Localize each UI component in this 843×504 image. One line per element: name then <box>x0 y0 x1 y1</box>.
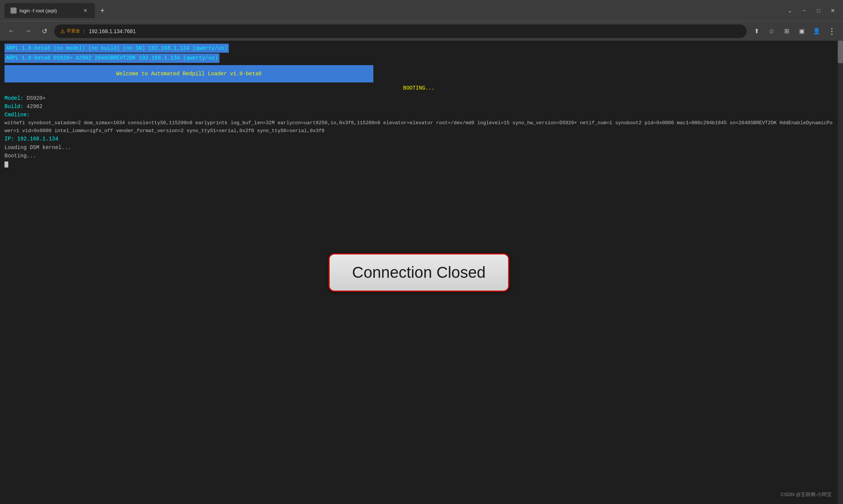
cmdline-line: Cmdline: <box>5 111 833 119</box>
security-label: 不安全 <box>67 28 80 34</box>
chevron-down-button[interactable]: ⌄ <box>784 5 796 16</box>
cmdline-value-line: withefi synoboot_satadom=2 dom_szmax=103… <box>5 119 833 135</box>
ip-label: IP: <box>5 136 14 142</box>
loading-dsm-text: Loading DSM kernel... <box>5 145 71 151</box>
back-button[interactable]: ← <box>5 24 18 38</box>
cursor-line <box>5 160 833 169</box>
model-line: Model: DS920+ <box>5 94 833 102</box>
bookmark-button[interactable]: ☆ <box>765 24 778 38</box>
model-label: Model: <box>5 95 23 101</box>
new-tab-button[interactable]: + <box>96 5 108 17</box>
extensions-button[interactable]: ⊞ <box>780 24 793 38</box>
tab-title: login -f root (arpl) <box>20 8 79 14</box>
welcome-box: Welcome to Automated Redpill Loader v1.0… <box>5 65 373 82</box>
cmdline-label: Cmdline: <box>5 112 30 118</box>
build-label: Build: <box>5 104 23 110</box>
active-tab[interactable]: login -f root (arpl) ✕ <box>5 3 95 18</box>
window-controls: ⌄ − □ ✕ <box>784 5 838 16</box>
booting2-text: Booting... <box>5 153 36 159</box>
profile-button[interactable]: 👤 <box>810 24 823 38</box>
ip-value: 192.168.1.134 <box>17 136 58 142</box>
arpl-line-2: ARPL 1.0-beta6 DS920+ 42962 2040SBREVT2D… <box>5 53 219 62</box>
terminal-area: ARPL 1.0-beta6 (no model) (no build) (no… <box>0 41 838 504</box>
tab-favicon <box>11 8 17 14</box>
nav-actions: ⬆ ☆ ⊞ ▣ 👤 ⋮ <box>750 24 838 38</box>
warning-icon: ⚠ <box>60 28 65 34</box>
model-value: DS920+ <box>27 95 46 101</box>
ip-line: IP: 192.168.1.134 <box>5 135 833 143</box>
address-bar[interactable]: ⚠ 不安全 | 192.168.1.134:7681 <box>54 24 747 38</box>
tab-bar: login -f root (arpl) ✕ + <box>5 3 784 18</box>
arpl-line-1: ARPL 1.0-beta6 (no model) (no build) (no… <box>5 44 229 53</box>
content-area: ARPL 1.0-beta6 (no model) (no build) (no… <box>0 41 843 504</box>
tab-close-button[interactable]: ✕ <box>82 7 89 14</box>
connection-closed-button[interactable]: Connection Closed <box>329 253 510 292</box>
forward-button[interactable]: → <box>21 24 35 38</box>
booting-text: BOOTING... <box>403 85 435 91</box>
terminal-line-2: ARPL 1.0-beta6 DS920+ 42962 2040SBREVT2D… <box>5 53 833 63</box>
address-text: 192.168.1.134:7681 <box>89 28 136 34</box>
cmdline-value: withefi synoboot_satadom=2 dom_szmax=103… <box>5 120 832 134</box>
terminal-line-1: ARPL 1.0-beta6 (no model) (no build) (no… <box>5 44 833 53</box>
close-button[interactable]: ✕ <box>827 5 838 16</box>
minimize-button[interactable]: − <box>799 5 810 16</box>
terminal-cursor <box>5 161 8 167</box>
sidebar-button[interactable]: ▣ <box>795 24 808 38</box>
reload-button[interactable]: ↺ <box>38 24 51 38</box>
scrollbar-thumb[interactable] <box>838 41 843 63</box>
maximize-button[interactable]: □ <box>813 5 824 16</box>
booting2-line: Booting... <box>5 152 833 160</box>
booting-line: BOOTING... <box>5 84 833 92</box>
build-value: 42962 <box>27 104 43 110</box>
scrollbar[interactable] <box>838 41 843 504</box>
welcome-text: Welcome to Automated Redpill Loader v1.0… <box>116 71 262 77</box>
watermark-text: CSDN @互联网-小阿宝 <box>781 492 832 497</box>
nav-bar: ← → ↺ ⚠ 不安全 | 192.168.1.134:7681 ⬆ ☆ ⊞ ▣… <box>0 21 843 41</box>
security-warning: ⚠ 不安全 | <box>60 28 86 34</box>
share-button[interactable]: ⬆ <box>750 24 763 38</box>
build-line: Build: 42962 <box>5 102 833 111</box>
browser-window: login -f root (arpl) ✕ + ⌄ − □ ✕ ← → ↺ ⚠… <box>0 0 843 504</box>
menu-button[interactable]: ⋮ <box>825 24 838 38</box>
title-bar: login -f root (arpl) ✕ + ⌄ − □ ✕ <box>0 0 843 21</box>
watermark: CSDN @互联网-小阿宝 <box>781 491 832 498</box>
connection-closed-overlay: Connection Closed <box>329 253 510 292</box>
loading-dsm-line: Loading DSM kernel... <box>5 143 833 152</box>
